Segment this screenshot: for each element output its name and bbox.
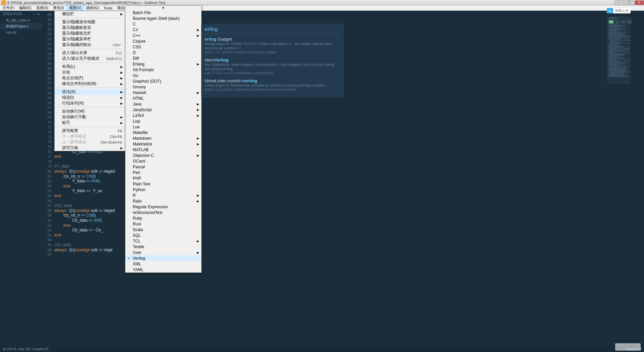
menu-item[interactable]: 编辑(E) — [17, 5, 34, 10]
package-search-panel[interactable]: erilog erilog GadgetVerilog plugin for S… — [201, 24, 344, 97]
syntax-option[interactable]: Plain Text — [125, 181, 201, 187]
syntax-option[interactable]: LaTeX▶ — [125, 113, 201, 118]
view-menu-dropdown[interactable]: 侧边栏▶显示/隐藏迷你地图显示/隐藏标签页显示/隐藏状态栏显示/隐藏菜单栏显示/… — [54, 11, 125, 151]
syntax-option[interactable]: Lua — [125, 124, 201, 130]
package-item[interactable]: stemVerilogntax Highlighting, smart snip… — [205, 57, 340, 75]
menu-item[interactable]: 跳转(G) — [84, 5, 101, 10]
app-icon — [1, 0, 6, 5]
syntax-option[interactable]: reStructuredText — [125, 210, 201, 215]
menu-row[interactable]: 侧边栏▶ — [55, 11, 125, 17]
menu-row[interactable]: 缩进(I)▶ — [55, 95, 125, 100]
syntax-option[interactable]: Materialize▶ — [125, 141, 201, 147]
menu-row[interactable]: 焦点分组(F)▶ — [55, 75, 125, 81]
syntax-option[interactable]: Makefile — [125, 130, 201, 135]
menu-row[interactable]: 显示/隐藏控制台Ctrl+` — [55, 42, 125, 48]
syntax-option[interactable]: Erlang▶ — [125, 61, 201, 67]
syntax-option[interactable]: JavaScript▶ — [125, 107, 201, 113]
menu-item[interactable]: 视图(V) — [66, 5, 84, 10]
menu-row[interactable]: 进入/退出无干扰模式Shift+F11 — [55, 56, 125, 61]
syntax-option[interactable]: PHP — [125, 175, 201, 181]
syntax-option[interactable]: Batch File — [125, 10, 201, 15]
mini-toolbar[interactable]: CK ▭ ? ▾ — [608, 19, 632, 24]
menu-row[interactable]: 分组▶ — [55, 70, 125, 75]
syntax-option[interactable]: D — [125, 50, 201, 55]
menu-row[interactable]: 显示/隐藏菜单栏 — [55, 36, 125, 42]
menu-item[interactable]: Tools — [101, 5, 115, 10]
syntax-option[interactable]: Graphviz (DOT) — [125, 78, 201, 84]
menu-row[interactable]: 显示/隐藏迷你地图 — [55, 19, 125, 25]
mini-icon[interactable]: ▾ — [627, 20, 632, 24]
package-item[interactable]: erilog GadgetVerilog plugin for Sublime … — [205, 37, 340, 54]
cloud-icon[interactable]: ∞ — [607, 8, 613, 13]
syntax-option[interactable]: XML — [125, 261, 201, 267]
menu-row[interactable]: 自动换行(W) — [55, 108, 125, 114]
cloud-upload-bar[interactable]: ∞ 拖拽上传 — [607, 8, 631, 13]
syntax-option[interactable]: Perl — [125, 170, 201, 175]
menu-item[interactable]: 查找(I) — [51, 5, 66, 10]
syntax-option[interactable]: Diff — [125, 55, 201, 61]
syntax-option[interactable]: Ruby — [125, 215, 201, 221]
syntax-option[interactable]: Git Formats — [125, 67, 201, 73]
syntax-option[interactable]: Rails▶ — [125, 198, 201, 204]
syntax-option[interactable]: OCaml — [125, 158, 201, 164]
menu-row[interactable]: 行结束符(N)▶ — [55, 100, 125, 106]
sidebar-nav-icons[interactable]: ‹ › ▾ — [34, 12, 40, 16]
menu-row[interactable]: 拼写检查F6 — [55, 128, 125, 134]
menu-row[interactable]: 显示/隐藏状态栏 — [55, 31, 125, 36]
syntax-option[interactable]: Pascal — [125, 164, 201, 170]
cloud-logo-icon: ☁ — [618, 344, 623, 350]
syntax-option[interactable]: Scala — [125, 227, 201, 232]
syntax-option[interactable]: Go — [125, 73, 201, 78]
menu-row[interactable]: 显示/隐藏标签页 — [55, 25, 125, 31]
syntax-option[interactable]: C++▶ — [125, 33, 201, 38]
syntax-option[interactable]: User▶ — [125, 250, 201, 255]
menu-row: 下一拼写错误Ctrl+F6 — [55, 134, 125, 139]
syntax-option[interactable]: C#▶ — [125, 27, 201, 33]
syntax-option[interactable]: Haskell▶ — [125, 90, 201, 95]
syntax-option[interactable]: Objective-C▶ — [125, 152, 201, 158]
status-bar: ⊘ UTF-8, Line 107, Column 31 Spaces: 8 — [0, 346, 644, 352]
syntax-option[interactable]: HTML — [125, 95, 201, 101]
menu-item[interactable]: 文件(F) — [0, 5, 17, 10]
syntax-option[interactable]: Lisp — [125, 118, 201, 124]
open-file-item[interactable]: RGB2Ycbcr.v — [0, 23, 42, 29]
menu-row[interactable]: 拼写字典▶ — [55, 145, 125, 151]
syntax-option[interactable]: Rust — [125, 221, 201, 227]
syntax-option[interactable]: MATLAB — [125, 147, 201, 152]
syntax-option[interactable]: R▶ — [125, 192, 201, 198]
menu-row[interactable]: 移动文件到分组(M)▶ — [55, 81, 125, 87]
menu-row[interactable]: 语法(S)▶ — [55, 89, 125, 95]
syntax-option[interactable]: Markdown▶ — [125, 135, 201, 141]
open-file-item[interactable]: tb_rgb_ycbcr.v — [0, 17, 42, 23]
menu-bar: 文件(F)编辑(E)选择(S)查找(I)视图(V)跳转(G)Tools项目(P)… — [0, 5, 644, 11]
menu-row[interactable]: 自动换行字数▶ — [55, 114, 125, 120]
package-search-heading: erilog — [205, 26, 340, 34]
mini-icon[interactable]: ▭ — [614, 20, 620, 24]
syntax-option[interactable]: Textile — [125, 244, 201, 250]
syntax-option[interactable]: Python — [125, 187, 201, 192]
scroll-up-arrow[interactable]: ▲ — [125, 6, 201, 10]
syntax-option[interactable]: YAML — [125, 267, 201, 272]
syntax-option[interactable]: Groovy — [125, 84, 201, 90]
menu-item[interactable]: 选择(S) — [34, 5, 51, 10]
syntax-submenu-dropdown[interactable]: ▲Batch FileBourne Again Shell (bash)CC#▶… — [125, 5, 202, 273]
syntax-option[interactable]: CSS — [125, 44, 201, 50]
syntax-option[interactable]: Bourne Again Shell (bash) — [125, 15, 201, 21]
syntax-option[interactable]: TCL▶ — [125, 238, 201, 244]
menu-row[interactable]: 标尺▶ — [55, 120, 125, 126]
syntax-option[interactable]: ✓Verilog — [125, 255, 201, 261]
syntax-option[interactable]: Regular Expression — [125, 204, 201, 210]
maximize-button[interactable]: ☐ — [625, 0, 634, 5]
close-button[interactable]: ✕ — [635, 0, 644, 5]
open-file-item[interactable]: run.do — [0, 29, 42, 35]
package-item[interactable]: blimeLinter-contrib-iverilogs linter plu… — [205, 78, 340, 91]
syntax-option[interactable]: Clojure — [125, 38, 201, 44]
syntax-option[interactable]: Java▶ — [125, 101, 201, 107]
menu-row[interactable]: 布局(L)▶ — [55, 64, 125, 70]
menu-row[interactable]: 进入/退出全屏F11 — [55, 50, 125, 56]
mini-icon[interactable]: ? — [621, 20, 626, 24]
minimap[interactable] — [607, 17, 631, 84]
minimize-button[interactable]: ─ — [614, 0, 624, 5]
syntax-option[interactable]: SQL — [125, 232, 201, 238]
syntax-option[interactable]: C — [125, 21, 201, 27]
